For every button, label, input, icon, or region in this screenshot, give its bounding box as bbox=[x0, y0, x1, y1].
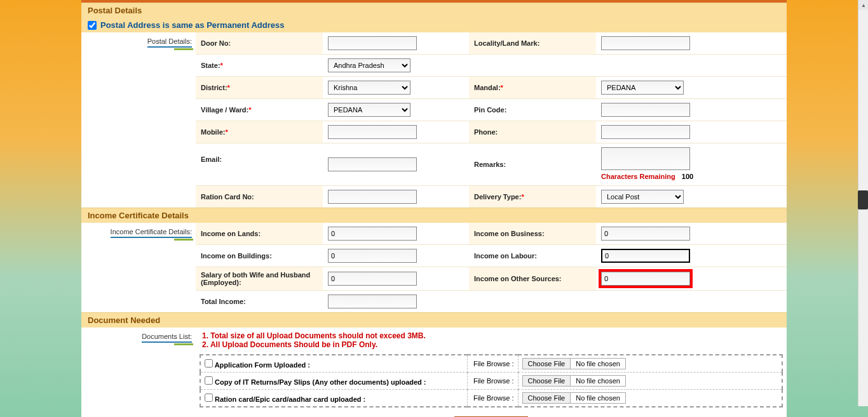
state-label: State: bbox=[201, 62, 220, 69]
income-other-label: Income on Other Sources: bbox=[474, 275, 562, 282]
side-label-documents: Documents List: bbox=[142, 333, 192, 343]
postal-same-label: Postal Address is same as Permanent Addr… bbox=[100, 20, 285, 30]
postal-same-row: Postal Address is same as Permanent Addr… bbox=[81, 18, 787, 32]
mobile-label: Mobile: bbox=[201, 128, 226, 136]
email-label: Email: bbox=[201, 156, 222, 163]
locality-label: Locality/Land Mark: bbox=[474, 39, 539, 47]
doc-itreturns-label: Copy of IT Returns/Pay Slips (Any other … bbox=[215, 378, 426, 386]
village-select[interactable]: PEDANA bbox=[328, 103, 410, 117]
remarks-label: Remarks: bbox=[474, 161, 506, 168]
side-label-postal: Postal Details: bbox=[147, 37, 192, 48]
doc-ration-label: Ration card/Epic card/aadhar card upload… bbox=[215, 395, 365, 403]
state-select[interactable]: Andhra Pradesh bbox=[328, 58, 410, 72]
doc-warning-1: 1. Total size of all Upload Documents sh… bbox=[202, 331, 780, 340]
district-label: District: bbox=[201, 84, 227, 91]
scrollbar-thumb[interactable] bbox=[858, 190, 868, 209]
phone-label: Phone: bbox=[474, 128, 498, 136]
remarks-textarea[interactable] bbox=[601, 147, 690, 170]
postal-same-checkbox[interactable] bbox=[88, 21, 97, 30]
no-file-text-1: No file chosen bbox=[571, 359, 625, 369]
income-other-input[interactable] bbox=[601, 272, 690, 286]
file-browse-label-2: File Browse : bbox=[473, 377, 514, 385]
delivery-select[interactable]: Local Post bbox=[601, 190, 684, 204]
email-input[interactable] bbox=[328, 157, 417, 171]
mandal-label: Mandal: bbox=[474, 84, 501, 91]
income-salary-input[interactable] bbox=[328, 272, 417, 286]
income-labour-input[interactable] bbox=[601, 249, 690, 263]
choose-file-btn-1[interactable]: Choose File bbox=[523, 359, 571, 369]
locality-input[interactable] bbox=[601, 36, 690, 50]
income-lands-label: Income on Lands: bbox=[201, 230, 261, 237]
side-label-income: Income Certificate Details: bbox=[111, 228, 192, 238]
delivery-label: Delivery Type: bbox=[474, 193, 521, 201]
choose-file-btn-3[interactable]: Choose File bbox=[523, 393, 571, 403]
village-label: Village / Ward: bbox=[201, 106, 248, 114]
pincode-label: Pin Code: bbox=[474, 106, 506, 114]
door-no-input[interactable] bbox=[328, 36, 417, 50]
income-total-input[interactable] bbox=[328, 295, 417, 308]
file-browse-label-1: File Browse : bbox=[473, 360, 514, 367]
choose-file-btn-2[interactable]: Choose File bbox=[523, 376, 571, 386]
phone-input[interactable] bbox=[601, 125, 690, 139]
doc-itreturns-checkbox[interactable] bbox=[205, 376, 213, 385]
district-select[interactable]: Krishna bbox=[328, 81, 410, 95]
pincode-input[interactable] bbox=[601, 103, 690, 117]
doc-appform-checkbox[interactable] bbox=[205, 359, 213, 367]
remarks-count: 100 bbox=[682, 173, 693, 180]
file-input-ration[interactable]: Choose File No file chosen bbox=[522, 392, 626, 404]
income-business-label: Income on Business: bbox=[474, 230, 545, 237]
ration-input[interactable] bbox=[328, 190, 417, 204]
doc-ration-checkbox[interactable] bbox=[205, 394, 213, 402]
income-lands-input[interactable] bbox=[328, 227, 417, 241]
doc-appform-label: Application Form Uploaded : bbox=[215, 361, 310, 369]
scroll-up-icon[interactable]: ▲ bbox=[858, 0, 868, 10]
section-postal-details: Postal Details bbox=[81, 3, 787, 18]
file-browse-label-3: File Browse : bbox=[473, 394, 514, 402]
section-income: Income Certificate Details bbox=[81, 208, 787, 223]
income-salary-label: Salary of both Wife and Husband (Employe… bbox=[201, 271, 318, 286]
ration-label: Ration Card No: bbox=[201, 193, 254, 201]
income-buildings-input[interactable] bbox=[328, 249, 417, 263]
mandal-select[interactable]: PEDANA bbox=[601, 81, 684, 95]
income-total-label: Total Income: bbox=[201, 298, 246, 305]
no-file-text-3: No file chosen bbox=[571, 393, 625, 403]
section-documents: Document Needed bbox=[81, 312, 787, 328]
door-no-label: Door No: bbox=[201, 39, 231, 47]
income-business-input[interactable] bbox=[601, 227, 690, 241]
doc-warning-2: 2. All Upload Documents Should be in PDF… bbox=[202, 340, 780, 349]
file-input-appform[interactable]: Choose File No file chosen bbox=[522, 358, 626, 369]
no-file-text-2: No file chosen bbox=[571, 376, 625, 386]
income-labour-label: Income on Labour: bbox=[474, 252, 537, 260]
remarks-note: Characters Remaining bbox=[601, 173, 675, 180]
file-input-itreturns[interactable]: Choose File No file chosen bbox=[522, 375, 626, 387]
income-buildings-label: Income on Buildings: bbox=[201, 252, 272, 260]
mobile-input[interactable] bbox=[328, 125, 417, 139]
